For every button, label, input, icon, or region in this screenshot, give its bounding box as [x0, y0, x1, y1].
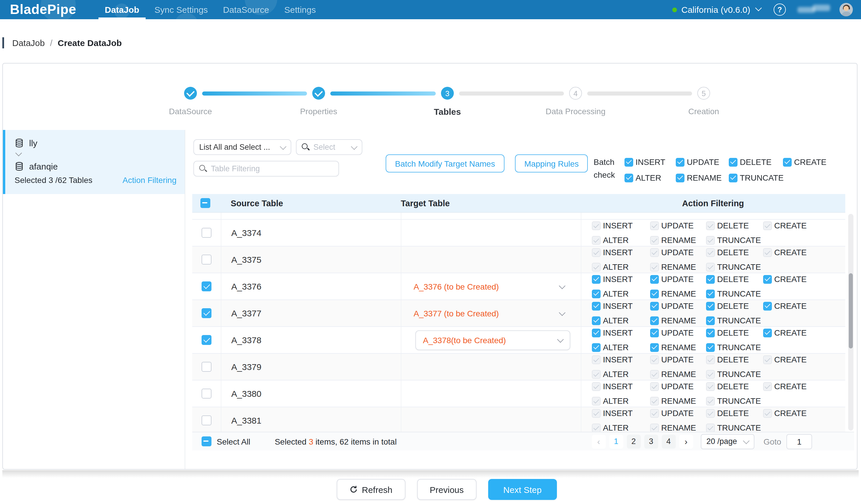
checkbox-checked[interactable]	[763, 275, 772, 284]
action-check-delete[interactable]: DELETE	[706, 219, 763, 232]
checkbox-checked[interactable]	[592, 316, 601, 325]
action-check-update[interactable]: UPDATE	[650, 219, 706, 232]
pagination-page-3[interactable]: 3	[644, 434, 658, 448]
checkbox-checked[interactable]	[592, 328, 601, 337]
checkbox-checked[interactable]	[706, 275, 715, 284]
checkbox-disabled-checked[interactable]	[763, 409, 772, 418]
row-select-checkbox[interactable]	[202, 416, 211, 425]
checkbox-checked[interactable]	[706, 343, 715, 352]
checkbox-checked[interactable]	[706, 301, 715, 310]
action-check-truncate[interactable]: TRUNCATE	[706, 368, 763, 380]
checkbox-checked[interactable]	[625, 158, 633, 166]
action-check-rename[interactable]: RENAME	[650, 314, 706, 327]
checkbox-disabled-checked[interactable]	[706, 370, 715, 379]
checkbox-disabled-checked[interactable]	[592, 355, 601, 364]
action-check-alter[interactable]: ALTER	[592, 368, 650, 380]
action-check-alter[interactable]: ALTER	[592, 287, 650, 300]
checkbox-checked[interactable]	[706, 328, 715, 337]
mapping-rules-button[interactable]: Mapping Rules	[515, 154, 588, 173]
action-check-truncate[interactable]: TRUNCATE	[706, 234, 763, 246]
nav-item-datasource[interactable]: DataSource	[216, 0, 277, 19]
checkbox-disabled-checked[interactable]	[650, 221, 659, 230]
checkbox-checked[interactable]	[625, 173, 633, 182]
row-select-checkbox[interactable]	[202, 228, 211, 238]
target-table-select[interactable]: A_3378(to be Created)	[415, 330, 570, 350]
action-check-alter[interactable]	[592, 213, 650, 214]
pagination-page-2[interactable]: 2	[627, 434, 641, 448]
checkbox-disabled-checked[interactable]	[650, 396, 659, 405]
checkbox-checked[interactable]	[676, 158, 684, 166]
list-mode-select[interactable]: List All and Select ...	[193, 139, 291, 155]
page-size-select[interactable]: 20 /page	[700, 434, 754, 449]
action-check-update[interactable]: UPDATE	[650, 273, 706, 286]
action-check-alter[interactable]: ALTER	[592, 234, 650, 246]
checkbox-checked[interactable]	[729, 173, 738, 182]
checkbox-disabled-checked[interactable]	[763, 221, 772, 230]
batch-modify-target-names-button[interactable]: Batch Modify Target Names	[386, 154, 504, 173]
action-check-alter[interactable]: ALTER	[592, 260, 650, 273]
checkbox-disabled-checked[interactable]	[650, 248, 659, 257]
action-check-update[interactable]: UPDATE	[650, 407, 706, 420]
select-all-checkbox[interactable]	[201, 198, 210, 208]
action-check-insert[interactable]: INSERT	[592, 273, 650, 286]
previous-button[interactable]: Previous	[417, 479, 477, 500]
action-check-create[interactable]: CREATE	[763, 299, 845, 312]
checkbox-disabled-checked[interactable]	[650, 236, 659, 244]
checkbox-disabled-checked[interactable]	[650, 262, 659, 271]
row-select-checkbox[interactable]	[202, 335, 211, 345]
checkbox-checked[interactable]	[592, 289, 601, 298]
avatar[interactable]	[839, 3, 853, 16]
checkbox-disabled-checked[interactable]	[592, 221, 601, 230]
batch-check-update[interactable]: UPDATE	[676, 155, 729, 168]
row-select-checkbox[interactable]	[202, 282, 211, 291]
checkbox-checked[interactable]	[676, 173, 684, 182]
action-check-create[interactable]: CREATE	[763, 407, 845, 420]
row-select-checkbox[interactable]	[202, 308, 211, 318]
batch-check-create[interactable]: CREATE	[783, 155, 826, 168]
connection-panel[interactable]: lly afanqie Selected 3 /62 Tables Action…	[3, 130, 184, 194]
action-check-truncate[interactable]: TRUNCATE	[706, 287, 763, 300]
action-check-truncate[interactable]	[706, 213, 763, 214]
nav-item-settings[interactable]: Settings	[277, 0, 323, 19]
checkbox-checked[interactable]	[650, 316, 659, 325]
help-icon[interactable]: ?	[774, 3, 786, 16]
action-check-update[interactable]: UPDATE	[650, 299, 706, 312]
action-check-insert[interactable]: INSERT	[592, 326, 650, 339]
checkbox-disabled-checked[interactable]	[650, 355, 659, 364]
checkbox-checked[interactable]	[592, 275, 601, 284]
batch-check-delete[interactable]: DELETE	[729, 155, 783, 168]
action-check-delete[interactable]: DELETE	[706, 407, 763, 420]
goto-page-input[interactable]: 1	[787, 434, 812, 449]
checkbox-disabled-checked[interactable]	[706, 248, 715, 257]
checkbox-checked[interactable]	[729, 158, 738, 166]
checkbox-disabled-checked[interactable]	[592, 409, 601, 418]
action-check-alter[interactable]: ALTER	[592, 341, 650, 354]
action-check-rename[interactable]: RENAME	[650, 287, 706, 300]
action-check-delete[interactable]: DELETE	[706, 246, 763, 259]
pagination-prev-icon[interactable]: ‹	[591, 434, 605, 448]
action-filtering-link[interactable]: Action Filtering	[123, 175, 177, 185]
table-filter-input[interactable]: Table Filtering	[193, 161, 339, 177]
checkbox-disabled-checked[interactable]	[706, 423, 715, 432]
action-check-rename[interactable]	[650, 213, 706, 214]
batch-check-rename[interactable]: RENAME	[676, 171, 729, 184]
checkbox-disabled-checked[interactable]	[706, 382, 715, 391]
checkbox-checked[interactable]	[763, 328, 772, 337]
action-check-insert[interactable]: INSERT	[592, 353, 650, 366]
scrollbar-thumb[interactable]	[849, 274, 853, 349]
checkbox-disabled-checked[interactable]	[650, 370, 659, 379]
chevron-down-icon[interactable]	[755, 5, 762, 11]
schema-select[interactable]: Select	[296, 139, 363, 155]
checkbox-disabled-checked[interactable]	[650, 409, 659, 418]
refresh-button[interactable]: Refresh	[337, 479, 405, 500]
row-select-checkbox[interactable]	[202, 362, 211, 372]
pagination-page-4[interactable]: 4	[661, 434, 675, 448]
checkbox-disabled-checked[interactable]	[592, 396, 601, 405]
batch-check-insert[interactable]: INSERT	[625, 155, 676, 168]
checkbox-disabled-checked[interactable]	[592, 423, 601, 432]
action-check-delete[interactable]: DELETE	[706, 299, 763, 312]
action-check-update[interactable]: UPDATE	[650, 353, 706, 366]
checkbox-disabled-checked[interactable]	[706, 409, 715, 418]
checkbox-checked[interactable]	[650, 275, 659, 284]
checkbox-disabled-checked[interactable]	[592, 370, 601, 379]
